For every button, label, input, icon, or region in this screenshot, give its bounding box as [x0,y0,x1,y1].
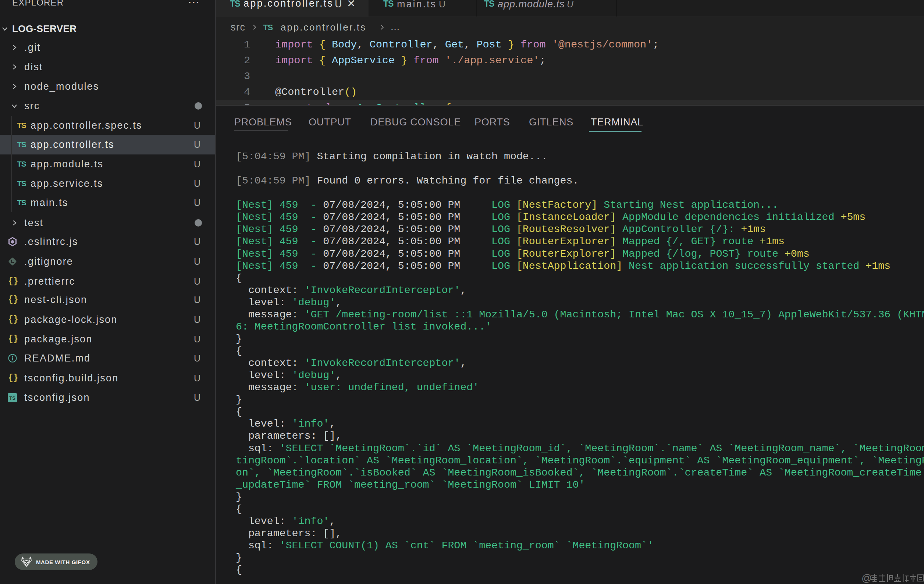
svg-text:@: @ [861,574,872,583]
svg-text:TS: TS [9,395,15,401]
